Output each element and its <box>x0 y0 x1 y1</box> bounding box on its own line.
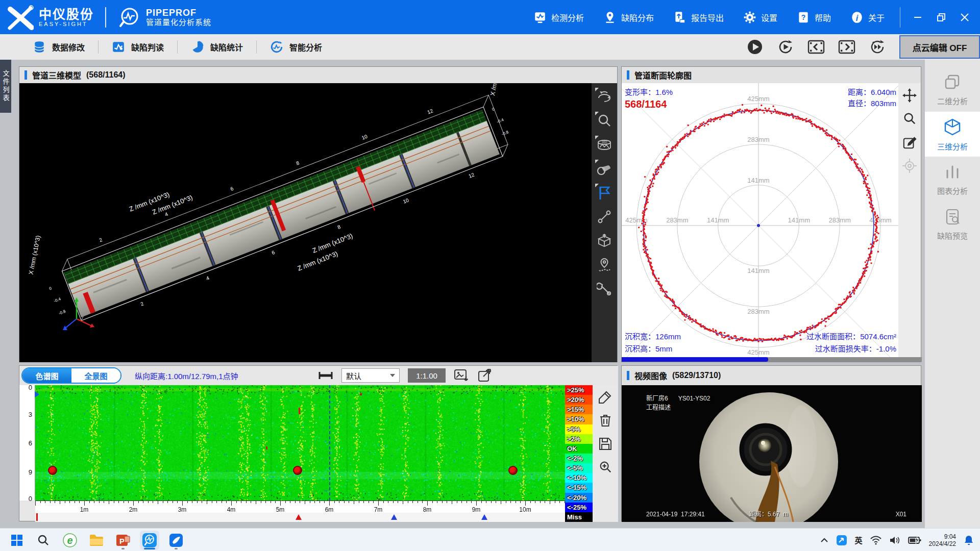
svg-text:i: i <box>856 13 859 22</box>
tool-bar: 数据修改 缺陷判读 缺陷统计 智能分析 <box>0 34 980 60</box>
notification-bell-icon[interactable] <box>964 535 974 546</box>
taskbar-file-explorer[interactable] <box>87 531 106 550</box>
brand-divider <box>105 7 106 28</box>
panel-3d-counter: (568/1164) <box>86 70 126 80</box>
point-cloud-edit-button[interactable]: 点云编辑 OFF <box>899 35 980 59</box>
sidebar-item-chart-analysis[interactable]: 图表分析 <box>925 157 980 202</box>
edit-tool[interactable] <box>900 133 919 152</box>
defect-position-marker[interactable] <box>36 513 38 521</box>
defect-position-marker[interactable] <box>296 514 302 520</box>
axis-z-label: Z /mm (x10^3) <box>297 250 339 272</box>
title-bar: R 中仪股份 EASY-SIGHT PIPEPROF 管道量化分析系统 检测分析 <box>0 0 980 34</box>
position-progress-bar[interactable] <box>622 357 922 362</box>
menu-item-report-export[interactable]: 报告导出 <box>673 11 724 24</box>
defect-circle-marker[interactable] <box>293 466 302 475</box>
tab-panorama[interactable]: 全景图 <box>71 368 120 383</box>
video-frame[interactable]: 新厂房6 YS01-YS02 工程描述 2021-04-19 17:29:41 … <box>622 385 922 522</box>
ruler-icon[interactable] <box>318 371 333 380</box>
settings-wrench-tool[interactable] <box>595 279 614 298</box>
menu-item-defect-distribution[interactable]: 缺陷分布 <box>603 11 654 24</box>
company-name: 中仪股份 <box>39 8 94 21</box>
taskbar-search[interactable] <box>34 531 53 550</box>
scale-select-value: 默认 <box>346 370 361 381</box>
clock-axis-tick: 9 <box>29 468 32 476</box>
panorama-tool[interactable]: 360 <box>595 135 614 155</box>
running-indicator <box>175 548 178 549</box>
svg-text:e: e <box>67 535 72 546</box>
center-target-tool[interactable] <box>900 157 919 175</box>
tray-expand-chevron[interactable] <box>820 537 828 543</box>
defect-position-marker[interactable] <box>481 514 487 520</box>
sidebar-item-defect-preview[interactable]: 缺陷预览 <box>925 202 980 246</box>
tray-app-icon[interactable] <box>836 535 847 546</box>
flag-marker-tool[interactable] <box>595 183 614 203</box>
taskbar-app-blue[interactable] <box>166 531 186 550</box>
locate-defect-tool[interactable] <box>595 255 614 274</box>
pipe-3d-viewport[interactable]: Z /mm (x10^3) Z /mm (x10^3) Z /mm (x10^3… <box>19 83 592 362</box>
defect-circle-marker[interactable] <box>508 466 518 475</box>
defect-position-marker[interactable] <box>391 514 397 520</box>
pan-tool[interactable] <box>900 86 919 105</box>
fast-forward-button[interactable] <box>869 38 886 56</box>
ring-label: 283mm <box>747 308 769 315</box>
clock-position-arrow <box>35 391 39 397</box>
defect-circle-marker[interactable] <box>48 466 57 475</box>
zoom-tool[interactable] <box>900 110 919 128</box>
zoom-in-tool[interactable] <box>597 459 614 476</box>
taskbar-clock[interactable]: 9:04 2024/4/22 <box>929 533 956 547</box>
loop-play-button[interactable] <box>777 38 794 56</box>
zoom-tool[interactable] <box>595 111 614 131</box>
legend-band: >5% <box>565 424 593 434</box>
tool-data-edit[interactable]: 数据修改 <box>19 40 98 54</box>
menu-item-help[interactable]: ? 帮助 <box>797 11 831 24</box>
save-tool[interactable] <box>597 435 614 453</box>
export-model-tool[interactable] <box>595 231 614 251</box>
taskbar-pipeprof-active[interactable] <box>140 531 159 550</box>
orbit-tool[interactable] <box>595 87 614 107</box>
cross-section-svg: 141mm141mm141mm141mm283mm283mm283mm283mm… <box>622 83 899 358</box>
play-button[interactable] <box>746 38 764 56</box>
cylinder-view-tool[interactable] <box>595 159 614 179</box>
annotate-pen-tool[interactable] <box>597 388 614 406</box>
tool-defect-stats[interactable]: 缺陷统计 <box>178 40 256 54</box>
sidebar-item-3d-analysis[interactable]: 三维分析 <box>925 112 980 157</box>
axis-tick-number: 2 <box>99 237 104 243</box>
gear-icon <box>743 11 756 24</box>
save-image-icon[interactable] <box>454 368 469 383</box>
tool-smart-analysis[interactable]: 智能分析 <box>257 40 335 54</box>
scale-select[interactable]: 默认 <box>341 368 400 383</box>
battery-icon[interactable] <box>908 536 921 544</box>
next-frame-button[interactable] <box>838 38 855 56</box>
deformation-spectrogram[interactable] <box>35 385 565 500</box>
maximize-button[interactable] <box>931 7 951 28</box>
menu-item-about[interactable]: i 关于 <box>850 11 885 24</box>
axis-tick-number: 8 <box>295 160 300 166</box>
close-button[interactable] <box>954 7 975 28</box>
pop-out-icon[interactable] <box>477 368 492 383</box>
delete-trash-tool[interactable] <box>597 412 614 429</box>
help-book-icon: ? <box>797 11 810 24</box>
start-button[interactable] <box>7 531 27 550</box>
wifi-icon[interactable] <box>870 536 881 545</box>
legend-band: <-20% <box>565 493 593 503</box>
menu-item-detect-analysis[interactable]: 检测分析 <box>533 11 584 24</box>
tool-defect-judge[interactable]: 缺陷判读 <box>99 40 177 54</box>
axis-tick-number: -0.8 <box>501 130 509 137</box>
menu-item-settings[interactable]: 设置 <box>743 11 777 24</box>
panel-video-counter: (5829/13710) <box>672 371 721 380</box>
file-list-tab[interactable]: 文件列表 <box>0 60 11 113</box>
taskbar-powerpoint[interactable]: P <box>113 531 133 550</box>
legend-band: OK <box>565 444 593 454</box>
measure-tool[interactable] <box>595 207 614 227</box>
prev-frame-button[interactable] <box>807 38 825 56</box>
taskbar-browser-360[interactable]: e <box>60 531 80 550</box>
cross-section-chart[interactable]: 141mm141mm141mm141mm283mm283mm283mm283mm… <box>622 83 899 358</box>
panel-3d-model: 管道三维模型 (568/1164) <box>19 66 618 362</box>
clock-axis: 03690 <box>19 385 35 500</box>
marker-strip <box>35 513 565 522</box>
input-method-indicator[interactable]: 英 <box>855 535 863 545</box>
volume-icon[interactable] <box>889 536 900 545</box>
minimize-button[interactable] <box>908 7 928 28</box>
tab-spectrogram[interactable]: 色谱图 <box>22 368 71 383</box>
sidebar-item-2d-analysis[interactable]: 二维分析 <box>925 67 980 112</box>
